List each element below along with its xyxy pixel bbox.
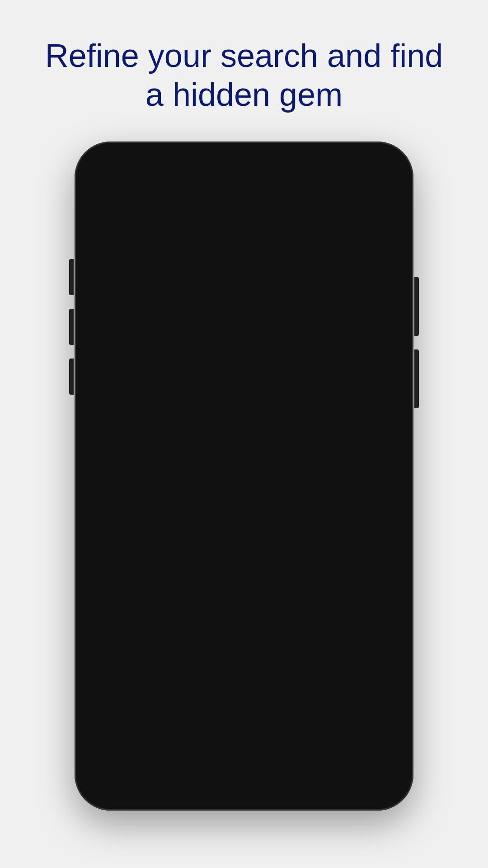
plex-expanded-panel: Duplex Triplex Quadruplex Quintuplex + [103,411,385,507]
max-price-col: Maximum price [251,648,385,698]
chip-maison-mobile[interactable]: Maison mobile [103,563,205,594]
price-section: Minimum price Maximum price [83,635,405,698]
filters-title: Filters [103,202,162,225]
property-tabs: Residential Commercial [83,334,405,359]
rent-tab[interactable]: Rent [179,252,256,285]
plex-row-2: Quintuplex + [113,463,375,494]
chip-single-family[interactable]: Single-family home [103,373,229,404]
chip-intergenerational[interactable]: Intergenerational [194,523,308,554]
chip-triplex[interactable]: Triplex [184,424,245,455]
chip-quintuplex[interactable]: Quintuplex + [113,463,206,494]
chip-duplex[interactable]: Duplex [113,424,176,455]
chip-lot[interactable]: Lot [103,604,145,635]
header-divider [103,236,385,236]
other-property-chips: Loft/Studio Intergenerational Maison mob… [83,514,405,635]
main-property-chips: Single-family home Condo Plex [83,373,405,404]
tab-residential[interactable]: Residential [103,334,169,359]
min-price-col: Minimum price [103,648,237,698]
chip-cottage[interactable]: Cottage [310,563,377,594]
camera-hole [236,162,252,179]
chip-plex[interactable]: Plex [308,373,357,404]
max-price-input[interactable] [251,667,385,698]
chip-quadruplex[interactable]: Quadruplex [253,424,340,455]
tab-commercial[interactable]: Commercial [189,334,262,359]
sale-tab[interactable]: Sale [103,252,179,285]
sale-rent-toggle[interactable]: Sale Rent [103,252,256,285]
close-button[interactable]: × [376,205,385,222]
chip-hobby-farm[interactable]: Hobby farm [214,563,300,594]
property-type-title: Property Type [83,301,405,334]
filters-header: Filters × [83,186,405,236]
min-price-label: Minimum price [103,648,237,662]
chip-loft-studio[interactable]: Loft/Studio [103,523,185,554]
max-price-label: Maximum price [251,648,385,662]
screen-content: Filters × Sale Rent Property Type Reside… [83,186,405,802]
phone-screen: Filters × Sale Rent Property Type Reside… [83,150,405,802]
min-price-input[interactable] [103,667,237,698]
hero-heading: Refine your search and find a hidden gem [0,0,488,142]
chip-condo[interactable]: Condo [238,373,299,404]
phone-mockup: Filters × Sale Rent Property Type Reside… [75,142,413,811]
plex-row-1: Duplex Triplex Quadruplex [113,424,375,455]
